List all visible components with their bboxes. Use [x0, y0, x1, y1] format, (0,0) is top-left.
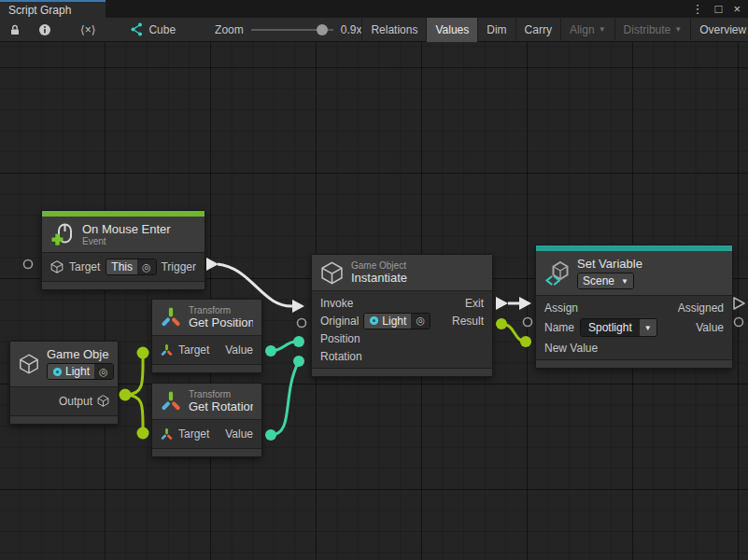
- node-footer: [536, 359, 732, 368]
- script-graph-window: Script Graph ⋮ □ × ⟨×⟩: [0, 0, 748, 560]
- game-object-cube-icon: [19, 354, 39, 374]
- light-icon: [52, 367, 63, 377]
- node-footer: [10, 415, 118, 424]
- maximize-icon[interactable]: □: [715, 3, 723, 15]
- inspect-button[interactable]: [30, 18, 60, 42]
- graph-context-label: Cube: [148, 23, 176, 36]
- code-preview-button[interactable]: ⟨×⟩: [60, 18, 116, 42]
- object-picker-icon[interactable]: ◎: [142, 262, 151, 273]
- original-port-label: Original: [320, 315, 359, 328]
- game-object-cube-icon: [320, 261, 344, 285]
- zoom-value: 0.9x: [341, 23, 362, 36]
- value-port-label: Value: [225, 343, 253, 357]
- transform-icon: [161, 344, 173, 357]
- node-footer: [312, 368, 492, 376]
- node-footer: [152, 364, 261, 372]
- target-port-label: Target: [178, 427, 209, 441]
- transform-icon: [161, 307, 181, 328]
- node-footer: [152, 448, 261, 456]
- carry-toggle[interactable]: Carry: [516, 18, 560, 42]
- lock-button[interactable]: [0, 18, 30, 42]
- assigned-port-label: Assigned: [678, 301, 724, 315]
- values-toggle[interactable]: Values: [427, 18, 477, 42]
- menu-icon[interactable]: ⋮: [692, 3, 704, 15]
- rotation-port-label: Rotation: [320, 350, 362, 363]
- zoom-label: Zoom: [215, 23, 244, 36]
- node-title: Get Rotation: [189, 399, 253, 413]
- zoom-slider-handle[interactable]: [317, 24, 328, 35]
- output-port-label: Output: [59, 395, 92, 408]
- chevron-down-icon: ▼: [599, 25, 606, 34]
- game-object-cube-icon: [97, 395, 109, 407]
- graph-toolbar: ⟨×⟩ Cube Zoom 0.9x Relations Values: [0, 18, 748, 42]
- distribute-label: Distribute: [624, 23, 671, 36]
- graph-icon: [129, 22, 143, 36]
- variable-name-dropdown[interactable]: Spotlight ▼: [580, 318, 657, 337]
- zoom-slider[interactable]: [251, 23, 333, 36]
- tab-bar: Script Graph ⋮ □ ×: [0, 0, 748, 18]
- graph-context[interactable]: Cube: [129, 22, 176, 36]
- object-picker-icon[interactable]: ◎: [99, 367, 108, 377]
- variable-kind-dropdown[interactable]: Scene ▼: [577, 273, 634, 289]
- info-icon: [38, 23, 51, 36]
- unity-variable-icon: [544, 260, 570, 286]
- chevron-down-icon: ▼: [621, 277, 628, 286]
- node-footer: [42, 281, 205, 289]
- node-instantiate[interactable]: Game Object Instantiate Invoke Exit Orig…: [311, 254, 493, 377]
- relations-toggle[interactable]: Relations: [362, 18, 426, 42]
- node-category: Transform: [189, 389, 253, 399]
- assign-port-label: Assign: [544, 301, 578, 315]
- transform-icon: [161, 391, 181, 412]
- dim-toggle[interactable]: Dim: [478, 18, 515, 42]
- target-port-label: Target: [69, 260, 100, 273]
- distribute-menu-button[interactable]: Distribute ▼: [615, 18, 691, 42]
- object-picker-icon[interactable]: ◎: [416, 315, 425, 326]
- node-title: On Mouse Enter: [82, 222, 171, 236]
- node-set-variable[interactable]: Set Variable Scene ▼ Assign Assigned Nam…: [535, 245, 733, 369]
- align-label: Align: [570, 23, 595, 36]
- invoke-port-label: Invoke: [320, 297, 353, 310]
- lock-icon: [8, 23, 21, 36]
- node-on-mouse-enter[interactable]: On Mouse Enter Event Target This ◎ Trigg…: [41, 210, 205, 290]
- new-value-port-label: New Value: [544, 342, 598, 355]
- game-object-cube-icon: [50, 260, 64, 273]
- target-value-text: This: [106, 259, 137, 274]
- code-icon: ⟨×⟩: [80, 23, 95, 36]
- zoom-control: Zoom 0.9x: [215, 23, 361, 36]
- tab-script-graph[interactable]: Script Graph: [0, 0, 106, 18]
- name-port-label: Name: [544, 321, 574, 334]
- result-port-label: Result: [452, 315, 484, 328]
- tab-title: Script Graph: [8, 4, 71, 17]
- node-title: Game Object: [47, 347, 109, 361]
- node-category: Game Object: [351, 260, 407, 271]
- light-icon: [369, 315, 379, 326]
- trigger-port-label: Trigger: [161, 260, 196, 273]
- object-value-text: Light: [65, 365, 90, 378]
- node-category: Transform: [189, 305, 253, 315]
- node-title: Get Position: [189, 315, 253, 329]
- align-menu-button[interactable]: Align ▼: [561, 18, 614, 42]
- node-get-rotation[interactable]: Transform Get Rotation Target Value: [151, 383, 262, 457]
- chevron-down-icon: ▼: [674, 25, 682, 34]
- node-title: Set Variable: [577, 257, 642, 271]
- node-title: Instantiate: [351, 271, 407, 285]
- node-subtitle: Event: [82, 236, 171, 246]
- variable-kind-text: Scene: [583, 274, 614, 287]
- overview-button[interactable]: Overview: [691, 18, 748, 42]
- toolbar-toggles: Relations Values Dim Carry Align ▼ Distr…: [361, 18, 748, 42]
- original-value-text: Light: [382, 315, 406, 328]
- value-port-label: Value: [225, 427, 253, 441]
- mouse-event-icon: [50, 222, 75, 246]
- target-value-chip[interactable]: This ◎: [106, 259, 156, 275]
- node-game-object[interactable]: Game Object Light ◎ Output: [9, 341, 119, 425]
- chevron-down-icon: ▼: [644, 324, 652, 332]
- variable-name-text: Spotlight: [588, 321, 632, 334]
- target-port-label: Target: [178, 343, 209, 357]
- transform-icon: [161, 428, 173, 441]
- value-port-label: Value: [696, 321, 724, 334]
- node-get-position[interactable]: Transform Get Position Target Value: [151, 299, 262, 373]
- original-value-chip[interactable]: Light ◎: [363, 313, 430, 329]
- object-value-chip[interactable]: Light ◎: [47, 363, 114, 380]
- exit-port-label: Exit: [465, 297, 484, 310]
- close-icon[interactable]: ×: [733, 3, 741, 15]
